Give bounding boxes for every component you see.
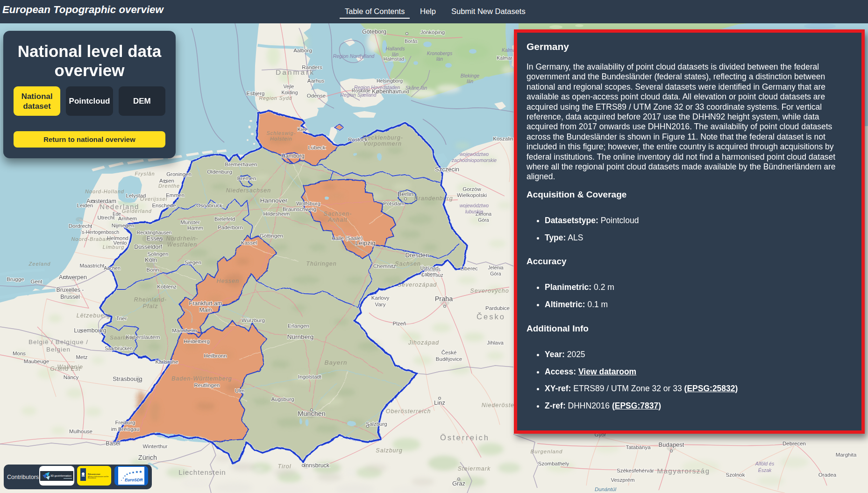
svg-text:Metz: Metz (76, 354, 88, 360)
svg-text:Karlsruhe: Karlsruhe (155, 359, 178, 365)
svg-text:Bayern: Bayern (325, 359, 348, 366)
svg-text:Vorpommern: Vorpommern (363, 141, 402, 147)
svg-text:Česko: Česko (477, 312, 505, 321)
svg-text:län: län (467, 78, 473, 84)
svg-text:Enschede: Enschede (152, 203, 176, 208)
svg-text:Skåne län: Skåne län (406, 85, 427, 91)
svg-text:Marghita: Marghita (836, 452, 857, 458)
svg-text:Aalborg: Aalborg (293, 48, 312, 53)
svg-text:Helsingborg: Helsingborg (377, 78, 403, 84)
svg-text:Oradea: Oradea (818, 472, 837, 478)
svg-text:Leiden: Leiden (77, 203, 93, 208)
svg-text:Praha: Praha (435, 295, 454, 303)
svg-text:'s-Hertogenbosch: 's-Hertogenbosch (81, 229, 119, 235)
svg-text:Budapest: Budapest (659, 441, 684, 448)
svg-text:Osnabrück: Osnabrück (196, 203, 222, 208)
svg-text:Innsbruck: Innsbruck (304, 462, 330, 469)
svg-text:Bruxelles -: Bruxelles - (56, 287, 84, 293)
svg-text:län: län (436, 56, 443, 62)
svg-text:województwo: województwo (460, 151, 489, 157)
svg-text:Würzburg: Würzburg (242, 317, 265, 323)
svg-text:Plzeň: Plzeň (393, 321, 406, 326)
svg-text:lubuskie: lubuskie (465, 209, 484, 214)
svg-text:województwo: województwo (460, 203, 489, 208)
svg-text:België / Belgique /: België / Belgique / (28, 338, 88, 345)
svg-text:Jihozápad: Jihozápad (408, 339, 439, 346)
svg-text:Mons: Mons (13, 351, 26, 356)
svg-text:Limburg: Limburg (103, 244, 125, 250)
svg-text:Blekinge: Blekinge (461, 73, 479, 78)
svg-text:Luxembourg: Luxembourg (74, 327, 107, 334)
svg-text:Holstein: Holstein (270, 136, 292, 141)
svg-text:Góra: Góra (490, 271, 501, 276)
svg-text:Düsseldorf: Düsseldorf (134, 244, 162, 250)
svg-text:Lëtzebuerg: Lëtzebuerg (77, 312, 111, 319)
svg-text:Saarbrücken: Saarbrücken (105, 345, 133, 351)
svg-text:Graz: Graz (452, 480, 465, 487)
svg-text:Burgenland: Burgenland (531, 449, 563, 454)
svg-text:Siegen: Siegen (185, 260, 201, 265)
svg-text:Region Nordjylland: Region Nordjylland (333, 53, 375, 59)
svg-text:Baden-Württemberg: Baden-Württemberg (171, 375, 232, 382)
svg-text:Drenthe: Drenthe (158, 183, 180, 189)
svg-text:Wielkopolski: Wielkopolski (457, 192, 487, 198)
svg-text:Zeeland: Zeeland (28, 261, 51, 267)
svg-text:Labem: Labem (422, 271, 437, 277)
svg-text:Overijssel: Overijssel (140, 196, 167, 202)
svg-text:Hannover: Hannover (260, 197, 288, 204)
svg-text:Saarland: Saarland (110, 335, 135, 340)
svg-text:Westfalen: Westfalen (167, 241, 197, 248)
svg-text:Frankfurt am: Frankfurt am (189, 300, 222, 307)
svg-text:Basel: Basel (106, 440, 120, 447)
svg-text:Brugge: Brugge (7, 276, 24, 282)
svg-text:Dresden: Dresden (405, 252, 429, 259)
svg-text:Ústí nad: Ústí nad (420, 265, 438, 271)
svg-text:Bremen: Bremen (237, 176, 256, 181)
svg-text:Ede: Ede (113, 211, 121, 217)
svg-text:Münster: Münster (180, 219, 200, 225)
svg-text:Steiermark: Steiermark (458, 465, 491, 472)
svg-text:Hamburg: Hamburg (281, 153, 304, 159)
svg-text:Tatabánya: Tatabánya (626, 444, 651, 450)
svg-text:Góra: Góra (478, 217, 489, 223)
svg-text:Oberösterreich: Oberösterreich (386, 408, 431, 415)
svg-text:Magyarország: Magyarország (657, 467, 710, 475)
svg-text:Nijmegen: Nijmegen (112, 223, 135, 228)
svg-text:Hamm: Hamm (187, 225, 203, 231)
svg-text:Vary: Vary (375, 302, 386, 307)
svg-text:län: län (392, 51, 398, 57)
svg-text:České: České (441, 350, 457, 355)
svg-text:Maastricht: Maastricht (79, 263, 105, 268)
svg-text:Aachen: Aachen (104, 265, 121, 271)
svg-text:Berlin: Berlin (398, 190, 414, 197)
svg-text:Szolnok: Szolnok (726, 472, 745, 478)
svg-text:Region Hovedstaden: Region Hovedstaden (354, 85, 400, 90)
svg-text:Nederland: Nederland (100, 203, 140, 211)
svg-text:Liechtenstein: Liechtenstein (178, 468, 226, 476)
svg-text:Heilbronn: Heilbronn (204, 353, 227, 359)
svg-text:Kiel: Kiel (297, 127, 306, 132)
svg-text:Tirol: Tirol (277, 463, 291, 470)
svg-text:Emmen: Emmen (166, 192, 185, 198)
svg-text:Augsburg: Augsburg (271, 396, 294, 402)
svg-text:Nordrhein-: Nordrhein- (166, 235, 198, 242)
svg-text:Winterthur: Winterthur (142, 444, 167, 449)
svg-text:Pfalz: Pfalz (143, 303, 158, 310)
svg-text:Wolfsburg: Wolfsburg (296, 201, 320, 206)
svg-text:Veszprém: Veszprém (611, 477, 634, 483)
svg-text:Anhalt: Anhalt (327, 217, 347, 223)
svg-text:Hessen: Hessen (217, 278, 239, 284)
svg-text:Brussel: Brussel (60, 294, 80, 300)
svg-text:Freiburg: Freiburg (115, 420, 135, 425)
svg-text:Salzburg: Salzburg (366, 421, 387, 427)
svg-text:Linz: Linz (434, 399, 445, 406)
svg-text:Nancy: Nancy (64, 374, 79, 380)
svg-text:Mannheim: Mannheim (172, 328, 197, 333)
svg-text:Jelenia: Jelenia (488, 265, 503, 270)
svg-text:Brandenburg: Brandenburg (414, 195, 453, 202)
svg-text:Environment: Environment (88, 477, 96, 479)
svg-text:Noord-Holland: Noord-Holland (85, 189, 124, 194)
svg-text:Grand Est: Grand Est (50, 366, 80, 372)
svg-text:Salzburg: Salzburg (376, 447, 402, 454)
svg-text:Koblenz: Koblenz (157, 284, 177, 289)
